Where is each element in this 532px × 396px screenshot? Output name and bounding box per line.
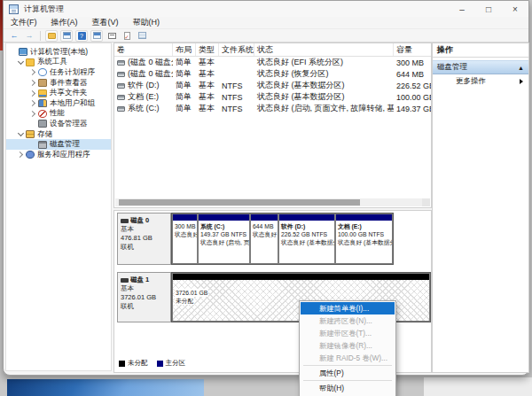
popup-icon[interactable] — [106, 30, 118, 42]
check-disk-icon[interactable] — [121, 30, 133, 42]
menu-item-new-mirrored-volume: 新建镜像卷(R)... — [301, 339, 395, 352]
tree-item-performance[interactable]: 性能 — [6, 109, 111, 120]
table-row[interactable]: (磁盘 0 磁盘分区 1) 简单基本 状态良好 (EFI 系统分区) 300 M… — [114, 57, 431, 68]
disk0-partitions: 300 MB状态良好 (EFI 系统分区) 系统 (C:)149.37 GB N… — [171, 213, 394, 265]
tree-item-storage[interactable]: 存储 — [6, 129, 111, 140]
tree-item-local-users-groups[interactable]: 本地用户和组 — [6, 98, 111, 109]
up-folder-icon[interactable] — [45, 30, 58, 42]
help-icon[interactable]: ? — [75, 30, 88, 42]
details-view-icon[interactable] — [136, 30, 148, 42]
menu-separator — [303, 380, 392, 381]
app-icon — [9, 4, 19, 14]
menu-item-new-spanned-volume: 新建跨区卷(N)... — [301, 314, 395, 327]
legend: 未分配 主分区 — [119, 359, 185, 368]
partition-efi[interactable]: 300 MB状态良好 (EFI 系统分区) — [173, 214, 197, 263]
device-manager-icon — [38, 120, 47, 128]
chevron-down-icon[interactable] — [18, 59, 24, 66]
column-filesystem[interactable]: 文件系统 — [219, 43, 254, 56]
table-row[interactable]: 系统 (C:) 简单基本 NTFS状态良好 (启动, 页面文件, 故障转储, 基… — [114, 103, 431, 114]
submenu-arrow-icon — [520, 79, 523, 84]
event-viewer-icon — [38, 79, 47, 87]
more-actions[interactable]: 更多操作 — [433, 74, 528, 88]
column-layout[interactable]: 布局 — [173, 43, 196, 56]
menu-item-help[interactable]: 帮助(H) — [301, 382, 395, 394]
context-menu: 新建简单卷(I)... 新建跨区卷(N)... 新建带区卷(T)... 新建镜像… — [299, 300, 396, 396]
chevron-right-icon[interactable] — [30, 90, 36, 97]
tree-item-shared-folders[interactable]: 共享文件夹 — [6, 88, 111, 98]
toolbar-separator — [40, 31, 41, 41]
show-console-tree-icon[interactable] — [60, 30, 73, 42]
computer-icon — [19, 48, 27, 56]
chevron-right-icon[interactable] — [30, 80, 36, 86]
volume-icon — [117, 95, 125, 100]
menu-item-new-striped-volume: 新建带区卷(T)... — [301, 327, 395, 339]
tree-item-disk-management[interactable]: 磁盘管理 — [6, 139, 111, 150]
menu-bar: 文件(F) 操作(A) 查看(V) 帮助(H) — [4, 17, 528, 29]
performance-icon — [38, 110, 47, 118]
disk0-label[interactable]: 磁盘 0 基本 476.81 GB 联机 — [117, 213, 171, 265]
desktop-wallpaper — [7, 379, 204, 396]
tree-item-computer-management[interactable]: 计算机管理(本地) — [6, 47, 111, 58]
menu-item-new-raid5-volume: 新建 RAID-5 卷(W)... — [301, 352, 395, 364]
table-row[interactable]: 文档 (E:) 简单基本 NTFS状态良好 (基本数据分区) 100.00 GB — [114, 91, 431, 103]
volume-icon — [117, 60, 125, 66]
title-bar: 计算机管理 – □ × — [4, 1, 528, 17]
tree-item-services-applications[interactable]: 服务和应用程序 — [6, 150, 111, 160]
column-volume[interactable]: 卷 — [114, 43, 173, 56]
shared-folders-icon — [38, 89, 47, 97]
actions-title: 操作 — [433, 43, 528, 58]
chevron-right-icon[interactable] — [30, 111, 36, 117]
column-status[interactable]: 状态 — [254, 43, 394, 56]
volume-icon — [117, 72, 125, 77]
table-row[interactable]: (磁盘 0 磁盘分区 4) 简单基本 状态良好 (恢复分区) 644 MB — [114, 68, 431, 80]
primary-partition-color-swatch — [157, 361, 163, 367]
chevron-right-icon[interactable] — [18, 151, 24, 158]
partition-recovery[interactable]: 644 MB状态良好 (恢复分区) — [251, 214, 278, 263]
scrollbar-thumb[interactable] — [119, 199, 360, 206]
disk-icon — [121, 219, 129, 223]
task-scheduler-icon — [38, 68, 47, 76]
menu-file[interactable]: 文件(F) — [4, 17, 44, 28]
disk-icon — [121, 278, 129, 283]
users-icon — [38, 99, 47, 107]
chevron-right-icon[interactable] — [30, 100, 36, 106]
volume-list: 卷 布局 类型 文件系统 状态 容量 (磁盘 0 磁盘分区 1) 简单基本 状态… — [113, 43, 432, 208]
desktop-background-light — [424, 377, 532, 396]
tree-item-system-tools[interactable]: 系统工具 — [6, 58, 111, 68]
chevron-right-icon[interactable] — [30, 69, 36, 75]
window-title: 计算机管理 — [24, 4, 64, 15]
tree-item-event-viewer[interactable]: 事件查看器 — [6, 78, 111, 89]
menu-help[interactable]: 帮助(H) — [126, 17, 168, 28]
volume-icon — [117, 83, 125, 89]
close-button[interactable]: × — [502, 1, 528, 17]
storage-icon — [26, 130, 35, 138]
collapse-icon[interactable]: ▲ — [518, 65, 524, 71]
scrollbar-corner — [422, 198, 430, 206]
actions-section-disk-management[interactable]: 磁盘管理 ▲ — [433, 60, 528, 74]
forward-icon[interactable]: → — [23, 30, 35, 42]
minimize-button[interactable]: – — [449, 1, 475, 17]
horizontal-scrollbar[interactable] — [115, 198, 430, 206]
partition-d[interactable]: 软件 (D:)226.52 GB NTFS状态良好 (基本数据分区) — [279, 214, 334, 263]
column-capacity[interactable]: 容量 — [394, 43, 431, 56]
services-icon — [26, 151, 35, 159]
computer-management-window: 计算机管理 – □ × 文件(F) 操作(A) 查看(V) 帮助(H) ← → … — [3, 0, 529, 376]
disk1-label[interactable]: 磁盘 1 基本 3726.01 GB 联机 — [117, 272, 171, 322]
table-row[interactable]: 软件 (D:) 简单基本 NTFS状态良好 (基本数据分区) 226.52 GB — [114, 80, 431, 91]
tree-item-device-manager[interactable]: 设备管理器 — [6, 119, 111, 129]
partition-e[interactable]: 文档 (E:)100.00 GB NTFS状态良好 (基本数据分区) — [336, 214, 392, 263]
column-type[interactable]: 类型 — [196, 43, 219, 56]
menu-item-properties[interactable]: 属性(P) — [301, 367, 395, 379]
tree-item-task-scheduler[interactable]: 任务计划程序 — [6, 67, 111, 78]
chevron-down-icon[interactable] — [18, 131, 24, 137]
maximize-button[interactable]: □ — [475, 1, 502, 17]
menu-separator — [303, 365, 392, 366]
console-tree: 计算机管理(本地) 系统工具 任务计划程序 事件查看器 共享文件夹 本地用户和组… — [5, 43, 112, 371]
menu-item-new-simple-volume[interactable]: 新建简单卷(I)... — [301, 302, 395, 314]
menu-view[interactable]: 查看(V) — [85, 17, 126, 28]
toolbar: ← → ? — [4, 29, 528, 43]
show-actions-pane-icon[interactable] — [90, 30, 103, 42]
back-icon[interactable]: ← — [8, 30, 20, 42]
menu-action[interactable]: 操作(A) — [44, 17, 85, 28]
partition-c[interactable]: 系统 (C:)149.37 GB NTFS状态良好 (启动, 页面文件, 故障转… — [199, 214, 249, 263]
